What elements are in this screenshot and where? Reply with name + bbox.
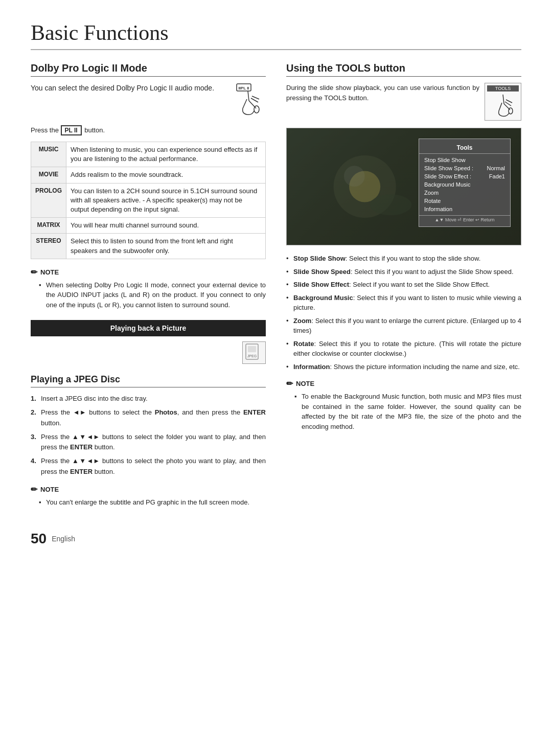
svg-text:IIPL II: IIPL II: [238, 86, 249, 90]
tools-menu-item: Stop Slide Show: [419, 156, 510, 164]
bullet-term: Zoom: [293, 317, 311, 325]
mode-label: MATRIX: [31, 218, 66, 234]
playing-back-banner: Playing back a Picture: [31, 320, 266, 336]
dolby-section-title: Dolby Pro Logic II Mode: [31, 62, 266, 77]
tools-bullet-item: Stop Slide Show: Select this if you want…: [286, 254, 521, 264]
jpeg-note-header: NOTE: [40, 486, 59, 493]
tools-remote-icon-box: TOOLS: [485, 83, 521, 121]
page-title: Basic Functions: [31, 20, 521, 50]
bullet-term: Rotate: [293, 340, 314, 348]
tools-menu-popup-title: Tools: [419, 143, 510, 154]
tools-menu-item-label: Zoom: [424, 190, 439, 196]
tools-menu-footer: ▲▼ Move ⏎ Enter ↩ Return: [419, 215, 510, 222]
jpeg-step: 3.Press the ▲▼◄► buttons to select the f…: [31, 432, 266, 453]
mode-label: STEREO: [31, 234, 66, 259]
svg-point-21: [370, 194, 411, 215]
dolby-note: ✏ NOTE When selecting Dolby Pro Logic II…: [31, 267, 266, 310]
step-number: 2.: [31, 407, 36, 418]
tools-menu-item-label: Stop Slide Show: [424, 157, 466, 163]
dolby-note-body: When selecting Dolby Pro Logic II mode, …: [39, 280, 266, 310]
tools-menu-screenshot: Tools Stop Slide ShowSlide Show Speed :N…: [286, 128, 521, 245]
tools-menu-item: Information: [419, 205, 510, 213]
dolby-remote-icon: IIPL II: [233, 83, 263, 119]
tools-bullet-item: Information: Shows the picture informati…: [286, 362, 521, 372]
svg-point-4: [254, 106, 259, 113]
svg-line-6: [252, 96, 259, 99]
mode-description: Adds realism to the movie soundtrack.: [66, 167, 266, 183]
svg-line-15: [506, 100, 512, 103]
tools-note: ✏ NOTE To enable the Background Music fu…: [286, 379, 521, 431]
tools-menu-item-label: Slide Show Speed :: [424, 165, 473, 171]
page-footer: 50 English: [31, 531, 521, 547]
jpeg-note-body: You can't enlarge the subtitle and PG gr…: [39, 497, 266, 508]
jpeg-file-icon: JPEG: [242, 341, 266, 364]
tools-hand-icon: [492, 93, 514, 118]
bullet-term: Information: [293, 363, 330, 371]
tools-menu-item: Zoom: [419, 189, 510, 197]
mode-description: You will hear multi channel surround sou…: [66, 218, 266, 234]
svg-line-7: [243, 99, 247, 108]
tools-menu-item-value: Normal: [487, 165, 505, 171]
page-number: 50: [31, 531, 47, 547]
tools-note-body: To enable the Background Music function,…: [294, 392, 521, 431]
jpeg-steps-list: 1.Insert a JPEG disc into the disc tray.…: [31, 394, 266, 477]
tools-menu-item-label: Information: [424, 206, 452, 212]
page-language: English: [52, 535, 75, 543]
step-number: 3.: [31, 432, 36, 443]
tools-intro-text: During the slide show playback, you can …: [286, 83, 479, 103]
svg-line-16: [499, 103, 502, 111]
svg-point-20: [344, 166, 365, 187]
mode-description: You can listen to a 2CH sound source in …: [66, 183, 266, 218]
dolby-intro-text: You can select the desired Dolby Pro Log…: [31, 83, 225, 94]
pl2-button-label: PL II: [61, 125, 82, 135]
mode-label: PROLOG: [31, 183, 66, 218]
tools-menu-items-container: Stop Slide ShowSlide Show Speed :NormalS…: [419, 156, 510, 213]
svg-line-2: [248, 91, 249, 101]
tools-bullet-item: Rotate: Select this if you to rotate the…: [286, 339, 521, 359]
jpeg-step: 2.Press the ◄► buttons to select the Pho…: [31, 407, 266, 429]
tools-bullet-item: Slide Show Effect: Select if you want to…: [286, 280, 521, 290]
note-pencil-icon: ✏: [31, 267, 37, 277]
right-column: Using the TOOLS button During the slide …: [286, 62, 521, 515]
tools-bullet-item: Slide Show Speed: Select this if you wan…: [286, 267, 521, 277]
tools-menu-popup: Tools Stop Slide ShowSlide Show Speed :N…: [419, 139, 511, 227]
svg-line-3: [249, 101, 256, 108]
svg-rect-10: [248, 346, 256, 352]
jpeg-section-title: Playing a JPEG Disc: [31, 374, 266, 387]
jpeg-step: 1.Insert a JPEG disc into the disc tray.: [31, 394, 266, 404]
tools-note-pencil-icon: ✏: [286, 379, 293, 388]
tools-menu-item-label: Background Music: [424, 181, 471, 188]
tools-menu-item: Background Music: [419, 180, 510, 189]
bullet-term: Slide Show Effect: [293, 281, 349, 288]
jpeg-icon-row: JPEG: [31, 341, 266, 364]
tools-menu-item: Rotate: [419, 197, 510, 205]
step-number: 4.: [31, 456, 36, 467]
bullet-term: Stop Slide Show: [293, 255, 346, 262]
tools-bullet-list: Stop Slide Show: Select this if you want…: [286, 254, 521, 372]
svg-line-11: [503, 95, 504, 104]
jpeg-note: ✏ NOTE You can't enlarge the subtitle an…: [31, 485, 266, 508]
tools-menu-item-label: Slide Show Effect :: [424, 173, 471, 179]
dolby-modes-table: MUSICWhen listening to music, you can ex…: [31, 142, 266, 259]
mode-description: When listening to music, you can experie…: [66, 142, 266, 167]
bullet-term: Background Music: [293, 294, 353, 302]
mode-label: MOVIE: [31, 167, 66, 183]
tools-bullet-item: Zoom: Select this if you want to enlarge…: [286, 316, 521, 336]
svg-text:JPEG: JPEG: [247, 354, 257, 358]
tools-label: TOOLS: [487, 85, 519, 91]
left-column: Dolby Pro Logic II Mode You can select t…: [31, 62, 266, 515]
jpeg-step: 4.Press the ▲▼◄► buttons to select the p…: [31, 456, 266, 477]
press-pl2-line: Press the PL II button.: [31, 125, 266, 135]
jpeg-section: Playing a JPEG Disc 1.Insert a JPEG disc…: [31, 374, 266, 507]
dolby-note-header: NOTE: [40, 268, 59, 276]
tools-intro-row: During the slide show playback, you can …: [286, 83, 521, 121]
svg-line-5: [251, 98, 258, 102]
tools-menu-item: Slide Show Effect :Fade1: [419, 172, 510, 180]
step-number: 1.: [31, 394, 36, 404]
tools-note-header: NOTE: [296, 380, 314, 387]
jpeg-note-pencil-icon: ✏: [31, 485, 37, 494]
tools-section-title: Using the TOOLS button: [286, 62, 521, 77]
tools-menu-item-label: Rotate: [424, 198, 441, 204]
tools-menu-item-value: Fade1: [489, 173, 505, 179]
tools-bullet-item: Background Music: Select this if you wan…: [286, 293, 521, 313]
